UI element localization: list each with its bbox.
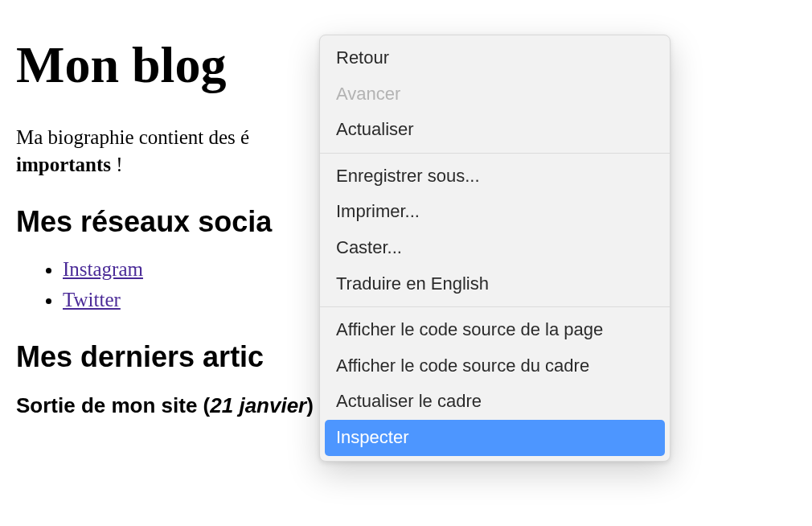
ctx-translate[interactable]: Traduire en English [320, 266, 670, 302]
ctx-view-frame-source[interactable]: Afficher le code source du cadre [320, 348, 670, 384]
instagram-link[interactable]: Instagram [63, 258, 143, 280]
context-menu: Retour Avancer Actualiser Enregistrer so… [319, 35, 671, 462]
bio-bold: importants [16, 154, 111, 175]
bio-after: ! [111, 154, 123, 175]
ctx-back[interactable]: Retour [320, 40, 670, 76]
ctx-inspect[interactable]: Inspecter [325, 420, 665, 456]
ctx-cast[interactable]: Caster... [320, 230, 670, 266]
ctx-forward: Avancer [320, 76, 670, 113]
ctx-print[interactable]: Imprimer... [320, 194, 670, 230]
ctx-reload-frame[interactable]: Actualiser le cadre [320, 384, 670, 420]
ctx-save-as[interactable]: Enregistrer sous... [320, 158, 670, 195]
bio-prefix: Ma biographie contient des é [16, 126, 249, 148]
ctx-reload[interactable]: Actualiser [320, 112, 670, 148]
article-title-prefix: Sortie de mon site ( [16, 393, 210, 417]
ctx-separator [320, 153, 670, 154]
article-date: 21 janvier [210, 393, 306, 417]
ctx-view-page-source[interactable]: Afficher le code source de la page [320, 312, 670, 348]
ctx-separator [320, 306, 670, 307]
twitter-link[interactable]: Twitter [63, 289, 121, 310]
article-title-suffix: ) [306, 393, 314, 417]
